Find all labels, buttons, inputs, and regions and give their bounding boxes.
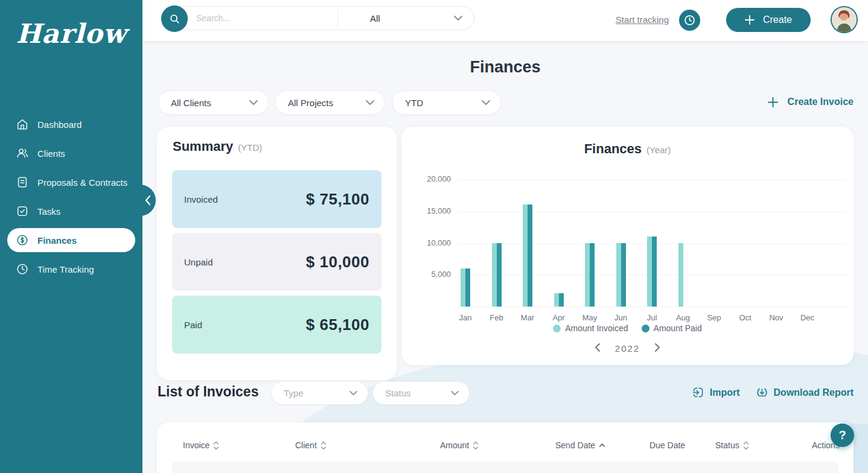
start-tracking-link[interactable]: Start tracking <box>616 14 669 25</box>
dollar-circle-icon <box>16 233 29 247</box>
invoice-status-dropdown[interactable]: Status <box>372 381 470 405</box>
bar-feb-invoiced[interactable] <box>492 243 497 307</box>
period-filter-dropdown[interactable]: YTD <box>392 90 501 115</box>
bar-aug-invoiced[interactable] <box>678 243 683 307</box>
invoice-status-placeholder: Status <box>385 388 411 398</box>
search-scope-dropdown[interactable]: All <box>348 7 474 30</box>
help-button[interactable]: ? <box>831 424 854 447</box>
bar-jan-invoiced[interactable] <box>461 268 465 306</box>
column-header-send-date[interactable]: Send Date <box>555 440 605 450</box>
bar-may-paid[interactable] <box>590 243 595 307</box>
table-row[interactable] <box>172 462 838 473</box>
chevron-left-icon <box>594 343 601 352</box>
invoice-type-dropdown[interactable]: Type <box>271 381 368 405</box>
column-label: Due Date <box>649 440 685 450</box>
create-button-label: Create <box>763 14 792 25</box>
y-axis-tick-label: 10,000 <box>403 238 451 247</box>
gridline <box>457 211 847 212</box>
bar-apr-invoiced[interactable] <box>554 293 559 306</box>
sidebar-item-clients[interactable]: Clients <box>0 139 142 168</box>
column-label: Client <box>295 440 317 450</box>
x-axis-tick-label: Apr <box>547 313 571 322</box>
chart-title-row: Finances (Year) <box>401 141 854 157</box>
sidebar-item-dashboard[interactable]: Dashboard <box>0 110 142 139</box>
sidebar-item-label: Tasks <box>37 206 60 217</box>
plus-icon <box>745 15 755 25</box>
clients-filter-value: All Clients <box>171 98 211 108</box>
y-axis-tick-label: 15,000 <box>403 206 451 215</box>
chevron-down-icon <box>365 100 375 106</box>
bar-apr-paid[interactable] <box>559 293 564 306</box>
search-button[interactable] <box>161 5 188 32</box>
users-icon <box>16 147 29 160</box>
projects-filter-dropdown[interactable]: All Projects <box>275 90 385 115</box>
bar-feb-paid[interactable] <box>497 243 502 307</box>
column-label: Send Date <box>555 440 595 450</box>
period-filter-value: YTD <box>405 98 423 108</box>
check-square-icon <box>16 205 29 218</box>
bar-jun-paid[interactable] <box>621 243 626 307</box>
sidebar: Harlow Dashboard Clients Proposals & Con… <box>0 0 142 473</box>
download-report-link[interactable]: Download Report <box>756 386 854 399</box>
legend-label: Amount Paid <box>654 323 702 333</box>
column-header-client[interactable]: Client <box>295 440 327 450</box>
time-tracker-button[interactable] <box>679 10 700 31</box>
bar-mar-paid[interactable] <box>528 205 532 306</box>
bar-jul-invoiced[interactable] <box>647 237 652 306</box>
app-logo: Harlow <box>0 18 142 49</box>
column-header-status[interactable]: Status <box>715 440 749 450</box>
chart-plot: JanFebMarAprMayJunJulAugSepOctNovDec <box>457 179 847 306</box>
column-label: Status <box>715 440 739 450</box>
main-content: Finances All Clients All Projects YTD Cr… <box>142 41 868 473</box>
sidebar-item-label: Finances <box>37 235 77 246</box>
divider <box>337 9 338 28</box>
x-axis-line <box>457 306 847 307</box>
clock-icon <box>16 262 29 276</box>
gridline <box>457 179 847 180</box>
chevron-right-icon <box>654 343 661 352</box>
summary-row-paid: Paid $ 65,100 <box>172 296 381 354</box>
sidebar-item-label: Time Tracking <box>37 264 94 275</box>
summary-row-value: $ 10,000 <box>306 253 369 271</box>
invoices-table: Invoice Client Amount Send Date Due Date… <box>157 422 854 473</box>
x-axis-tick-label: Jul <box>640 313 664 322</box>
avatar[interactable] <box>831 6 858 33</box>
sort-icon <box>743 441 749 450</box>
column-header-due-date[interactable]: Due Date <box>649 440 685 450</box>
bar-mar-invoiced[interactable] <box>523 205 528 306</box>
search-input[interactable] <box>196 7 335 29</box>
summary-row-value: $ 75,100 <box>306 190 369 209</box>
bar-jun-invoiced[interactable] <box>616 243 621 307</box>
clock-icon <box>683 14 696 27</box>
sidebar-item-finances[interactable]: Finances <box>7 228 135 252</box>
sidebar-item-tasks[interactable]: Tasks <box>0 197 142 226</box>
download-icon <box>756 386 768 399</box>
summary-title-row: Summary (YTD) <box>173 139 262 154</box>
search-scope-value: All <box>370 13 380 24</box>
clients-filter-dropdown[interactable]: All Clients <box>158 90 269 115</box>
projects-filter-value: All Projects <box>288 98 333 108</box>
create-button[interactable]: Create <box>726 8 811 32</box>
bar-jul-paid[interactable] <box>652 237 657 306</box>
column-header-invoice[interactable]: Invoice <box>183 440 219 450</box>
next-year-button[interactable] <box>653 341 662 355</box>
create-invoice-link[interactable]: Create Invoice <box>768 97 854 107</box>
sort-icon <box>473 441 479 450</box>
x-axis-tick-label: Feb <box>485 313 509 322</box>
sidebar-item-proposals-contracts[interactable]: Proposals & Contracts <box>0 168 142 197</box>
import-link[interactable]: Import <box>692 386 740 399</box>
bar-jan-paid[interactable] <box>465 268 470 306</box>
column-label: Amount <box>440 440 469 450</box>
column-header-amount[interactable]: Amount <box>440 440 479 450</box>
sidebar-item-time-tracking[interactable]: Time Tracking <box>0 255 142 284</box>
summary-subtitle: (YTD) <box>238 142 262 153</box>
chart-subtitle: (Year) <box>646 145 671 155</box>
chart-year-nav: 2022 <box>401 341 854 355</box>
bar-may-invoiced[interactable] <box>585 243 590 307</box>
previous-year-button[interactable] <box>593 341 602 355</box>
chevron-down-icon <box>453 15 463 21</box>
chevron-down-icon <box>450 390 459 396</box>
legend-dot <box>553 325 561 332</box>
summary-row-label: Invoiced <box>184 194 218 205</box>
document-icon <box>16 176 29 189</box>
